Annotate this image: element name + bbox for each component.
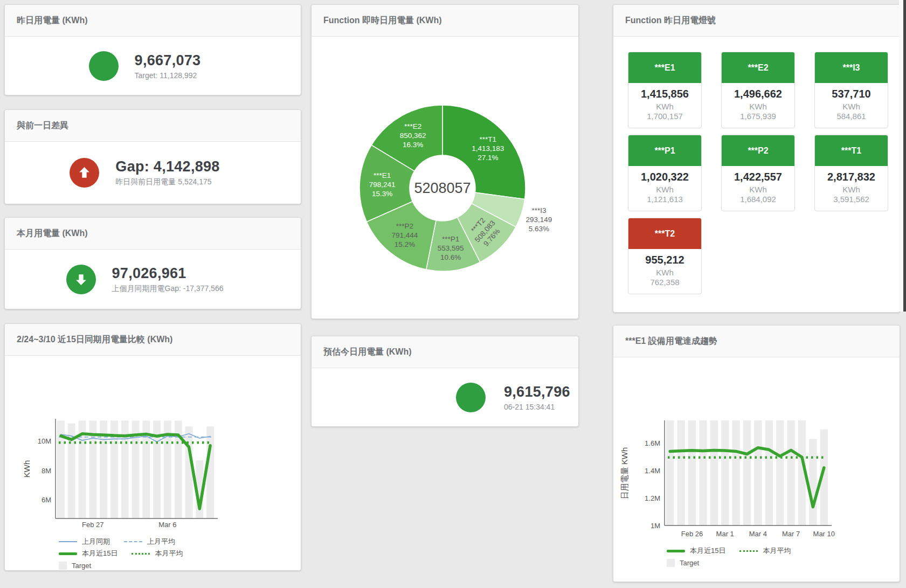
status-tile[interactable]: ***E21,496,662KWh1,675,939 <box>721 52 795 128</box>
status-tile[interactable]: ***I3537,710KWh584,861 <box>814 52 888 128</box>
target-bar <box>688 420 696 525</box>
card-header: Function 昨日用電燈號 <box>613 5 900 37</box>
legend-item-本月平均[interactable]: 本月平均 <box>132 549 183 558</box>
x-tick-label: Feb 26 <box>681 530 703 538</box>
card-realtime-donut: Function 即時日用電量 (KWh) ***T11,413,18327.1… <box>311 4 579 319</box>
stat-value: 9,667,073 <box>135 52 201 69</box>
card-title: 預估今日用電量 (KWh) <box>323 347 412 358</box>
status-circle-icon <box>456 383 486 412</box>
tile-unit: KWh <box>815 102 888 111</box>
stat-subtext: 06-21 15:34:41 <box>504 403 570 411</box>
status-tile[interactable]: ***T2955,212KWh762,358 <box>628 218 702 294</box>
card-header: ***E1 設備用電達成趨勢 <box>613 326 900 357</box>
legend-label: 本月近15日 <box>690 546 725 556</box>
x-tick-label: Mar 6 <box>158 521 176 529</box>
target-bar <box>754 420 762 525</box>
target-bar <box>765 420 773 525</box>
legend-item-本月近15日[interactable]: 本月近15日 <box>667 546 725 556</box>
stat-value: 9,615,796 <box>504 384 570 400</box>
tile-body: 1,415,856KWh1,700,157 <box>628 83 701 121</box>
y-tick-label: 1M <box>651 522 660 530</box>
arrow-up-circle-icon <box>70 158 99 188</box>
stat-body: 9,615,796 06-21 15:34:41 <box>312 368 578 426</box>
tile-body: 1,422,557KWh1,684,092 <box>722 166 794 204</box>
stat-value: Gap: 4,142,898 <box>115 158 219 175</box>
status-tile[interactable]: ***P11,020,322KWh1,121,613 <box>628 135 702 211</box>
card-header: 預估今日用電量 (KWh) <box>312 336 578 368</box>
y-tick-label: 1.6M <box>645 439 660 447</box>
tile-value: 955,212 <box>628 254 701 266</box>
legend-label: 本月近15日 <box>82 549 117 558</box>
legend-label: 本月平均 <box>155 549 183 558</box>
x-tick-label: Mar 1 <box>716 530 734 538</box>
card-yesterday-status-lights: Function 昨日用電燈號 ***E11,415,856KWh1,700,1… <box>613 4 900 313</box>
comparison-chart: 6M8M10MFeb 27Mar 6KWh <box>5 356 300 534</box>
comparison-chart-legend: 上月同期上月平均本月近15日本月平均Target <box>59 536 301 571</box>
legend-swatch-icon <box>59 541 77 542</box>
tile-target-value: 1,700,157 <box>628 112 701 121</box>
y-axis-label: 日用電量 KWh <box>620 447 629 500</box>
legend-label: 上月平均 <box>147 537 175 547</box>
legend-swatch-icon <box>59 562 67 570</box>
target-bar <box>776 420 784 525</box>
tile-name: ***P2 <box>722 135 794 166</box>
legend-item-Target[interactable]: Target <box>667 559 699 567</box>
legend-item-Target[interactable]: Target <box>59 562 91 570</box>
tile-target-value: 762,358 <box>628 278 701 287</box>
legend-item-本月平均[interactable]: 本月平均 <box>739 546 791 556</box>
right-gutter <box>899 0 903 312</box>
legend-label: Target <box>72 562 91 570</box>
x-tick-label: Feb 27 <box>82 521 103 529</box>
legend-item-本月近15日[interactable]: 本月近15日 <box>59 549 117 558</box>
target-bar <box>185 426 193 518</box>
legend-swatch-icon <box>667 550 685 552</box>
status-tile[interactable]: ***P21,422,557KWh1,684,092 <box>721 135 795 211</box>
target-bar <box>721 420 729 525</box>
legend-item-上月平均[interactable]: 上月平均 <box>124 537 175 547</box>
target-bar <box>677 420 685 525</box>
tile-target-value: 3,591,562 <box>815 195 888 204</box>
tile-target-value: 1,684,092 <box>722 195 794 204</box>
status-tiles: ***E11,415,856KWh1,700,157***E21,496,662… <box>628 52 888 294</box>
tile-name: ***T2 <box>628 218 701 249</box>
tile-value: 1,415,856 <box>628 88 701 100</box>
card-title: 本月用電量 (KWh) <box>17 228 88 239</box>
legend-swatch-icon <box>667 559 675 567</box>
tile-value: 537,710 <box>815 88 888 100</box>
legend-item-上月同期[interactable]: 上月同期 <box>59 537 110 547</box>
y-tick-label: 6M <box>42 496 51 504</box>
donut-slice-label: ***I3293,1495.63% <box>526 206 552 233</box>
legend-label: 本月平均 <box>763 546 791 556</box>
target-bar <box>743 420 751 525</box>
stat-body: 9,667,073 Target: 11,128,992 <box>5 37 301 95</box>
tile-unit: KWh <box>815 185 888 194</box>
legend-swatch-icon <box>739 550 758 552</box>
tile-name: ***E2 <box>722 52 794 83</box>
target-bar <box>666 420 674 525</box>
tile-target-value: 584,861 <box>815 112 888 121</box>
x-tick-label: Mar 4 <box>749 530 767 538</box>
tile-value: 1,422,557 <box>722 171 794 183</box>
card-month-usage: 本月用電量 (KWh) 97,026,961 上個月同期用電Gap: -17,3… <box>4 217 301 309</box>
y-axis-label: KWh <box>22 460 31 478</box>
screen-right-edge <box>903 0 906 312</box>
target-bar <box>809 439 817 525</box>
card-title: ***E1 設備用電達成趨勢 <box>625 336 717 347</box>
card-title: 昨日用電量 (KWh) <box>17 15 88 26</box>
status-tile[interactable]: ***E11,415,856KWh1,700,157 <box>628 52 702 128</box>
stat-body: 97,026,961 上個月同期用電Gap: -17,377,566 <box>5 250 301 309</box>
status-tile[interactable]: ***T12,817,832KWh3,591,562 <box>814 135 888 211</box>
tile-value: 1,496,662 <box>722 88 794 100</box>
target-bar <box>787 420 795 525</box>
tile-unit: KWh <box>722 102 794 111</box>
tile-name: ***T1 <box>815 135 888 166</box>
card-title: 與前一日差異 <box>17 120 68 132</box>
card-gap-previous-day: 與前一日差異 Gap: 4,142,898 昨日與前日用電量 5,524,175 <box>4 109 301 204</box>
y-tick-label: 1.4M <box>645 467 660 475</box>
card-e1-trend-chart: ***E1 設備用電達成趨勢 1M1.2M1.4M1.6MFeb 26Mar 1… <box>613 325 900 582</box>
target-bar <box>206 426 214 518</box>
dashboard-page: 昨日用電量 (KWh) 9,667,073 Target: 11,128,992… <box>0 0 906 588</box>
card-yesterday-usage: 昨日用電量 (KWh) 9,667,073 Target: 11,128,992 <box>4 4 301 95</box>
legend-row: Target <box>667 557 900 569</box>
card-15day-comparison-chart: 2/24~3/10 近15日同期用電量比較 (KWh) 6M8M10MFeb 2… <box>4 323 301 571</box>
